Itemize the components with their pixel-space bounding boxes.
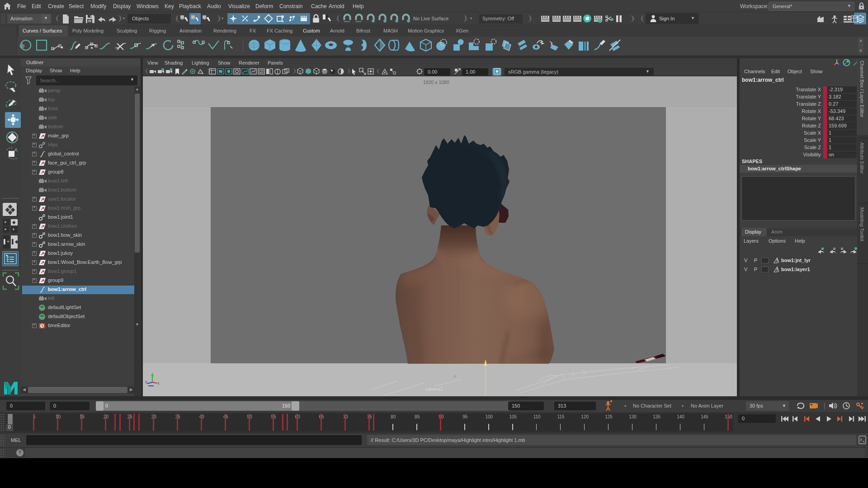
svg-text:x: x [157,381,160,385]
svg-text:z: z [145,380,147,384]
